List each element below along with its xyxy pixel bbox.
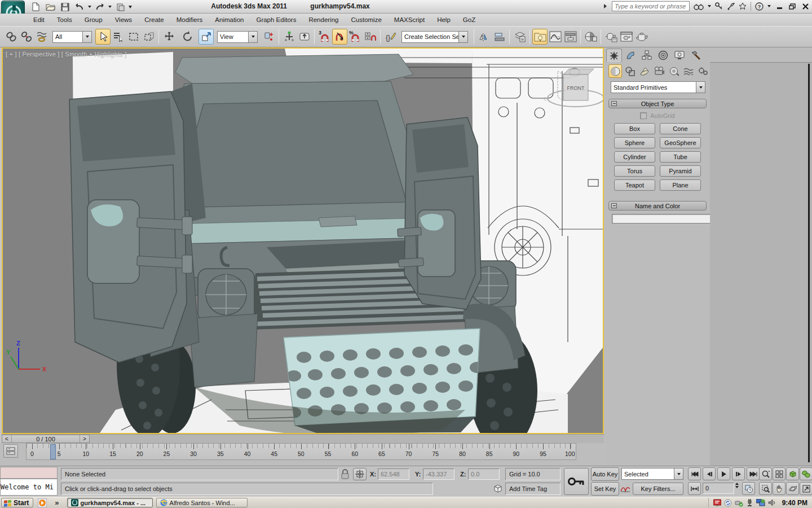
unlink-selection-button[interactable]	[19, 29, 34, 45]
y-coordinate-field[interactable]	[423, 468, 454, 480]
time-configuration-button[interactable]	[742, 482, 755, 495]
close-button[interactable]	[801, 2, 810, 10]
select-object-button[interactable]	[95, 29, 111, 45]
percent-snap-toggle-button[interactable]: %	[347, 29, 363, 45]
current-frame-field[interactable]	[703, 483, 734, 494]
object-name-input[interactable]	[612, 214, 713, 224]
add-time-tag-button[interactable]: Add Time Tag	[505, 483, 561, 495]
favorites-star-icon[interactable]	[739, 2, 747, 10]
pan-button[interactable]	[773, 482, 785, 495]
maxscript-listener-white[interactable]: Welcome to Mi	[0, 479, 58, 496]
menu-views[interactable]: Views	[110, 15, 137, 25]
zoom-region-button[interactable]	[759, 482, 772, 495]
use-pivot-point-button[interactable]	[261, 29, 276, 45]
selection-filter-dropdown[interactable]: All	[52, 31, 92, 43]
named-selection-dropdown[interactable]: Create Selection Se	[401, 31, 468, 43]
tab-utilities[interactable]	[688, 49, 704, 62]
undo-dropdown-caret[interactable]	[88, 6, 91, 8]
next-frame-playback-button[interactable]	[732, 467, 745, 480]
category-systems-button[interactable]	[696, 64, 710, 78]
save-button[interactable]	[59, 1, 71, 12]
tray-network-icon[interactable]	[756, 499, 765, 506]
autogrid-checkbox[interactable]	[640, 112, 647, 119]
search-options-caret[interactable]	[708, 5, 711, 7]
name-color-header[interactable]: Name and Color	[608, 201, 707, 211]
category-shapes-button[interactable]	[623, 64, 637, 78]
select-by-name-button[interactable]	[111, 29, 126, 45]
track-bar-ruler[interactable]: 0510152025303540455055606570758085909510…	[26, 443, 576, 460]
redo-dropdown-caret[interactable]	[108, 6, 112, 8]
menu-tools[interactable]: Tools	[52, 15, 77, 25]
project-folder-button[interactable]	[114, 1, 126, 12]
keyboard-shortcut-override-button[interactable]	[297, 29, 312, 45]
object-type-pyramid[interactable]: Pyramid	[660, 165, 701, 177]
curve-editor-button[interactable]	[548, 29, 563, 45]
schematic-view-button[interactable]	[563, 29, 578, 45]
object-type-cone[interactable]: Cone	[660, 123, 701, 134]
communication-center-icon[interactable]	[727, 2, 735, 10]
key-mode-toggle-button[interactable]	[688, 482, 701, 495]
orbit-button[interactable]	[786, 482, 799, 495]
taskbar-task-3dsmax[interactable]: gurkhampv54.max - ...	[67, 498, 153, 507]
category-helpers-button[interactable]	[667, 64, 681, 78]
layer-manager-button[interactable]	[512, 29, 527, 45]
object-type-tube[interactable]: Tube	[660, 151, 701, 163]
undo-button[interactable]	[73, 1, 86, 12]
restore-button[interactable]	[788, 2, 797, 10]
open-file-button[interactable]	[44, 1, 56, 12]
tray-sc-icon[interactable]	[713, 499, 721, 506]
select-and-link-button[interactable]	[3, 29, 19, 45]
qat-customize-caret[interactable]	[129, 6, 132, 8]
menu-animation[interactable]: Animation	[210, 15, 249, 25]
perspective-viewport[interactable]: FRONT Z X Y	[2, 47, 604, 434]
absolute-offset-toggle-button[interactable]	[353, 468, 367, 480]
reference-coordinate-dropdown[interactable]: View	[217, 31, 258, 43]
tray-volume-icon[interactable]	[768, 499, 776, 506]
window-crossing-toggle-button[interactable]	[141, 29, 156, 45]
dock-scrollbar[interactable]	[808, 64, 810, 462]
bind-to-space-warp-button[interactable]	[34, 29, 49, 45]
object-type-torus[interactable]: Torus	[614, 165, 655, 177]
angle-snap-toggle-button[interactable]	[332, 29, 347, 45]
tab-create[interactable]	[606, 49, 622, 62]
menu-help[interactable]: Help	[432, 15, 456, 25]
redo-button[interactable]	[94, 1, 106, 12]
graphite-modeling-tools-button[interactable]	[532, 29, 548, 45]
object-type-header[interactable]: Object Type	[608, 99, 707, 108]
spinner-snap-toggle-button[interactable]	[363, 29, 378, 45]
subscription-key-icon[interactable]	[715, 2, 723, 10]
tab-hierarchy[interactable]	[639, 49, 655, 62]
mini-curve-editor-button[interactable]	[3, 444, 18, 458]
track-bar-position-handle[interactable]	[50, 444, 56, 459]
menu-rendering[interactable]: Rendering	[303, 15, 343, 25]
zoom-extents-all-button[interactable]	[800, 467, 812, 480]
go-to-start-button[interactable]	[688, 467, 701, 480]
time-slider[interactable]: < 0 / 100 >	[2, 434, 604, 443]
maximize-viewport-toggle-button[interactable]	[800, 482, 812, 495]
menu-graph-editors[interactable]: Graph Editors	[251, 15, 301, 25]
tray-plug-icon[interactable]	[746, 499, 753, 507]
object-type-box[interactable]: Box	[614, 123, 655, 134]
time-slider-handle[interactable]: < 0 / 100 >	[2, 435, 90, 443]
snaps-toggle-3d-button[interactable]: 3	[317, 29, 332, 45]
tab-modify[interactable]	[623, 49, 638, 62]
help-dropdown-caret[interactable]	[767, 5, 771, 7]
rectangular-selection-region-button[interactable]	[126, 29, 141, 45]
material-editor-button[interactable]	[583, 29, 598, 45]
category-spacewarps-button[interactable]	[682, 64, 695, 78]
menu-create[interactable]: Create	[139, 15, 169, 25]
object-type-cylinder[interactable]: Cylinder	[614, 151, 655, 163]
key-filters-button[interactable]: Key Filters...	[633, 483, 683, 495]
new-file-button[interactable]	[29, 1, 42, 12]
selection-lock-button[interactable]	[341, 469, 350, 479]
tab-display[interactable]	[672, 49, 687, 62]
align-button[interactable]	[492, 29, 507, 45]
object-type-geosphere[interactable]: GeoSphere	[660, 137, 701, 148]
search-input[interactable]	[612, 1, 690, 11]
tray-usb-icon[interactable]	[735, 499, 743, 507]
viewport-label[interactable]: [ + ] [ Perspective ] [ Smooth + Highlig…	[6, 51, 126, 58]
infocenter-arrow-icon[interactable]	[603, 3, 608, 9]
zoom-button[interactable]	[759, 467, 772, 480]
primitive-category-dropdown[interactable]: Standard Primitives	[611, 81, 705, 93]
menu-edit[interactable]: Edit	[28, 15, 50, 25]
